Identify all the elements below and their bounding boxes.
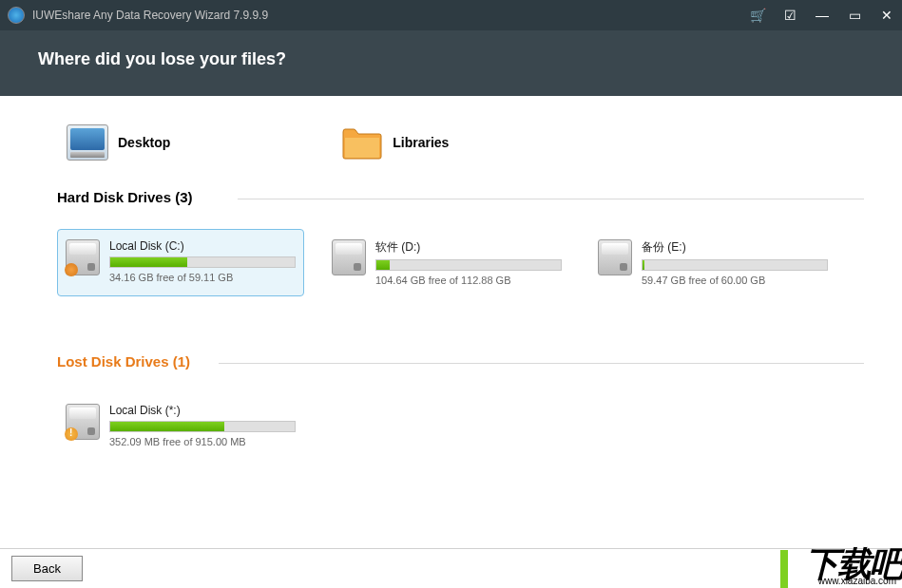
- drive-usage-fill: [643, 260, 644, 270]
- drive-usage-bar: [109, 256, 296, 268]
- drive-usage-bar: [375, 259, 562, 271]
- drive-usage-fill: [376, 260, 390, 270]
- shortcut-libraries[interactable]: Libraries: [341, 124, 449, 161]
- hard-disk-section: Hard Disk Drives (3) Local Disk (C:) 34.…: [57, 189, 864, 296]
- window-title: IUWEshare Any Data Recovery Wizard 7.9.9…: [32, 9, 750, 22]
- drive-info: Local Disk (C:) 34.16 GB free of 59.11 G…: [109, 239, 296, 286]
- drive-usage-fill: [110, 257, 187, 267]
- window-controls: 🛒 ☑ — ▭ ✕: [750, 8, 894, 23]
- drive-icon: [66, 239, 100, 275]
- lost-disk-section: Lost Disk Drives (1) Local Disk (*:) 352…: [57, 353, 864, 458]
- header-question: Where did you lose your files?: [38, 49, 286, 68]
- back-button[interactable]: Back: [11, 556, 83, 581]
- drive-badge-icon: [65, 263, 78, 276]
- drive-free-text: 104.64 GB free of 112.88 GB: [375, 275, 562, 286]
- main-content: Desktop Libraries Hard Disk Drives (3) L…: [0, 96, 902, 458]
- drive-icon: [66, 404, 100, 440]
- drive-item[interactable]: 软件 (D:) 104.64 GB free of 112.88 GB: [323, 229, 570, 296]
- drive-name: Local Disk (C:): [109, 239, 296, 253]
- drive-info: 备份 (E:) 59.47 GB free of 60.00 GB: [642, 239, 828, 286]
- close-button[interactable]: ✕: [879, 8, 894, 23]
- drive-free-text: 352.09 MB free of 915.00 MB: [109, 436, 296, 447]
- lost-drives-list: Local Disk (*:) 352.09 MB free of 915.00…: [57, 393, 864, 458]
- minimize-button[interactable]: —: [815, 8, 830, 23]
- footer: Back: [0, 548, 902, 588]
- drive-item[interactable]: Local Disk (C:) 34.16 GB free of 59.11 G…: [57, 229, 304, 296]
- drive-name: Local Disk (*:): [109, 404, 296, 417]
- checkbox-icon[interactable]: ☑: [782, 8, 797, 23]
- shortcuts-row: Desktop Libraries: [67, 124, 864, 161]
- drive-free-text: 34.16 GB free of 59.11 GB: [109, 272, 296, 283]
- watermark-url: www.xiazaiba.com: [818, 576, 896, 586]
- hard-drives-list: Local Disk (C:) 34.16 GB free of 59.11 G…: [57, 229, 864, 296]
- drive-name: 软件 (D:): [375, 239, 562, 256]
- drive-item[interactable]: 备份 (E:) 59.47 GB free of 60.00 GB: [589, 229, 836, 296]
- drive-icon: [332, 239, 366, 275]
- desktop-icon: [67, 124, 108, 161]
- shortcut-desktop[interactable]: Desktop: [67, 124, 170, 161]
- shortcut-label: Libraries: [393, 135, 449, 150]
- drive-usage-fill: [110, 422, 224, 431]
- drive-free-text: 59.47 GB free of 60.00 GB: [642, 275, 828, 286]
- maximize-button[interactable]: ▭: [847, 8, 862, 23]
- page-header: Where did you lose your files?: [0, 30, 902, 96]
- drive-icon: [598, 239, 632, 275]
- footer-accent: [780, 550, 788, 588]
- drive-info: Local Disk (*:) 352.09 MB free of 915.00…: [109, 404, 296, 447]
- section-divider: [219, 363, 864, 364]
- app-icon: [8, 7, 25, 24]
- titlebar: IUWEshare Any Data Recovery Wizard 7.9.9…: [0, 0, 902, 30]
- drive-usage-bar: [109, 421, 296, 432]
- drive-badge-icon: [65, 427, 78, 441]
- drive-usage-bar: [642, 259, 828, 271]
- drive-item[interactable]: Local Disk (*:) 352.09 MB free of 915.00…: [57, 393, 304, 458]
- section-divider: [238, 199, 864, 199]
- drive-info: 软件 (D:) 104.64 GB free of 112.88 GB: [375, 239, 562, 286]
- section-title-hard: Hard Disk Drives (3): [57, 189, 864, 205]
- shortcut-label: Desktop: [118, 135, 170, 150]
- folder-icon: [341, 124, 383, 161]
- section-title-lost: Lost Disk Drives (1): [57, 353, 864, 370]
- drive-name: 备份 (E:): [642, 239, 828, 256]
- cart-icon[interactable]: 🛒: [750, 8, 765, 23]
